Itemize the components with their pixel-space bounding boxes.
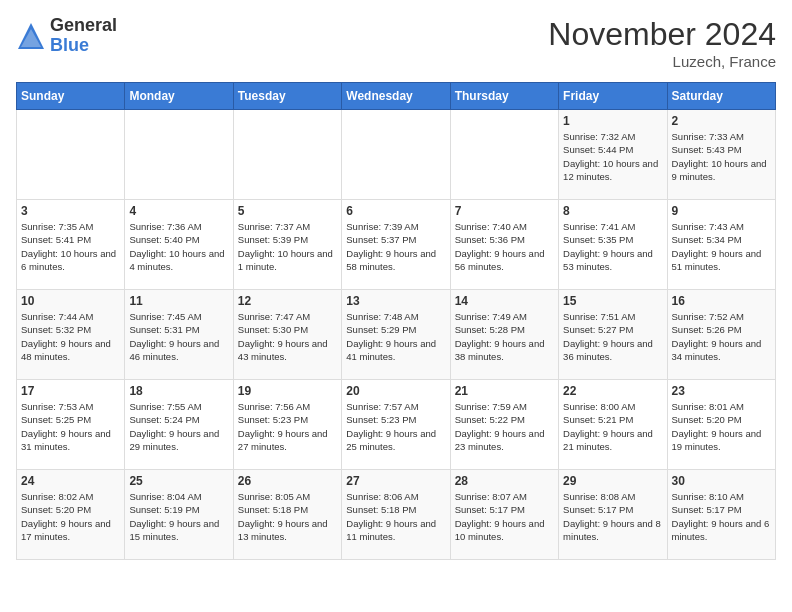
day-number: 25 — [129, 474, 228, 488]
day-number: 27 — [346, 474, 445, 488]
day-number: 28 — [455, 474, 554, 488]
day-info: Sunrise: 7:35 AM Sunset: 5:41 PM Dayligh… — [21, 220, 120, 273]
day-cell-1-4: 7Sunrise: 7:40 AM Sunset: 5:36 PM Daylig… — [450, 200, 558, 290]
day-number: 14 — [455, 294, 554, 308]
day-cell-1-2: 5Sunrise: 7:37 AM Sunset: 5:39 PM Daylig… — [233, 200, 341, 290]
day-cell-0-1 — [125, 110, 233, 200]
day-cell-0-4 — [450, 110, 558, 200]
day-cell-3-6: 23Sunrise: 8:01 AM Sunset: 5:20 PM Dayli… — [667, 380, 775, 470]
day-cell-1-5: 8Sunrise: 7:41 AM Sunset: 5:35 PM Daylig… — [559, 200, 667, 290]
logo-icon — [16, 21, 46, 51]
day-cell-4-4: 28Sunrise: 8:07 AM Sunset: 5:17 PM Dayli… — [450, 470, 558, 560]
logo-text: General Blue — [50, 16, 117, 56]
day-info: Sunrise: 7:39 AM Sunset: 5:37 PM Dayligh… — [346, 220, 445, 273]
header-row: Sunday Monday Tuesday Wednesday Thursday… — [17, 83, 776, 110]
day-cell-4-0: 24Sunrise: 8:02 AM Sunset: 5:20 PM Dayli… — [17, 470, 125, 560]
logo: General Blue — [16, 16, 117, 56]
day-number: 17 — [21, 384, 120, 398]
day-number: 9 — [672, 204, 771, 218]
day-info: Sunrise: 7:40 AM Sunset: 5:36 PM Dayligh… — [455, 220, 554, 273]
col-monday: Monday — [125, 83, 233, 110]
day-info: Sunrise: 7:36 AM Sunset: 5:40 PM Dayligh… — [129, 220, 228, 273]
day-number: 19 — [238, 384, 337, 398]
day-cell-4-2: 26Sunrise: 8:05 AM Sunset: 5:18 PM Dayli… — [233, 470, 341, 560]
day-info: Sunrise: 8:07 AM Sunset: 5:17 PM Dayligh… — [455, 490, 554, 543]
day-number: 8 — [563, 204, 662, 218]
day-info: Sunrise: 7:44 AM Sunset: 5:32 PM Dayligh… — [21, 310, 120, 363]
day-number: 7 — [455, 204, 554, 218]
day-cell-0-6: 2Sunrise: 7:33 AM Sunset: 5:43 PM Daylig… — [667, 110, 775, 200]
day-info: Sunrise: 7:41 AM Sunset: 5:35 PM Dayligh… — [563, 220, 662, 273]
day-cell-4-6: 30Sunrise: 8:10 AM Sunset: 5:17 PM Dayli… — [667, 470, 775, 560]
day-cell-4-3: 27Sunrise: 8:06 AM Sunset: 5:18 PM Dayli… — [342, 470, 450, 560]
col-tuesday: Tuesday — [233, 83, 341, 110]
week-row-0: 1Sunrise: 7:32 AM Sunset: 5:44 PM Daylig… — [17, 110, 776, 200]
day-number: 5 — [238, 204, 337, 218]
day-cell-2-2: 12Sunrise: 7:47 AM Sunset: 5:30 PM Dayli… — [233, 290, 341, 380]
day-cell-2-5: 15Sunrise: 7:51 AM Sunset: 5:27 PM Dayli… — [559, 290, 667, 380]
day-info: Sunrise: 8:02 AM Sunset: 5:20 PM Dayligh… — [21, 490, 120, 543]
day-number: 3 — [21, 204, 120, 218]
logo-blue-text: Blue — [50, 36, 117, 56]
day-info: Sunrise: 8:04 AM Sunset: 5:19 PM Dayligh… — [129, 490, 228, 543]
day-number: 16 — [672, 294, 771, 308]
day-cell-0-3 — [342, 110, 450, 200]
location: Luzech, France — [548, 53, 776, 70]
day-info: Sunrise: 7:52 AM Sunset: 5:26 PM Dayligh… — [672, 310, 771, 363]
day-cell-4-1: 25Sunrise: 8:04 AM Sunset: 5:19 PM Dayli… — [125, 470, 233, 560]
col-sunday: Sunday — [17, 83, 125, 110]
day-info: Sunrise: 7:59 AM Sunset: 5:22 PM Dayligh… — [455, 400, 554, 453]
day-info: Sunrise: 7:49 AM Sunset: 5:28 PM Dayligh… — [455, 310, 554, 363]
day-number: 6 — [346, 204, 445, 218]
week-row-3: 17Sunrise: 7:53 AM Sunset: 5:25 PM Dayli… — [17, 380, 776, 470]
day-cell-2-1: 11Sunrise: 7:45 AM Sunset: 5:31 PM Dayli… — [125, 290, 233, 380]
day-info: Sunrise: 7:45 AM Sunset: 5:31 PM Dayligh… — [129, 310, 228, 363]
day-cell-3-5: 22Sunrise: 8:00 AM Sunset: 5:21 PM Dayli… — [559, 380, 667, 470]
day-cell-2-3: 13Sunrise: 7:48 AM Sunset: 5:29 PM Dayli… — [342, 290, 450, 380]
day-cell-3-1: 18Sunrise: 7:55 AM Sunset: 5:24 PM Dayli… — [125, 380, 233, 470]
day-cell-1-3: 6Sunrise: 7:39 AM Sunset: 5:37 PM Daylig… — [342, 200, 450, 290]
day-cell-0-2 — [233, 110, 341, 200]
day-cell-2-4: 14Sunrise: 7:49 AM Sunset: 5:28 PM Dayli… — [450, 290, 558, 380]
day-cell-1-1: 4Sunrise: 7:36 AM Sunset: 5:40 PM Daylig… — [125, 200, 233, 290]
day-info: Sunrise: 7:33 AM Sunset: 5:43 PM Dayligh… — [672, 130, 771, 183]
calendar-table: Sunday Monday Tuesday Wednesday Thursday… — [16, 82, 776, 560]
day-info: Sunrise: 7:51 AM Sunset: 5:27 PM Dayligh… — [563, 310, 662, 363]
day-info: Sunrise: 8:00 AM Sunset: 5:21 PM Dayligh… — [563, 400, 662, 453]
day-number: 4 — [129, 204, 228, 218]
day-number: 18 — [129, 384, 228, 398]
col-wednesday: Wednesday — [342, 83, 450, 110]
day-info: Sunrise: 7:32 AM Sunset: 5:44 PM Dayligh… — [563, 130, 662, 183]
week-row-4: 24Sunrise: 8:02 AM Sunset: 5:20 PM Dayli… — [17, 470, 776, 560]
day-info: Sunrise: 7:56 AM Sunset: 5:23 PM Dayligh… — [238, 400, 337, 453]
day-cell-3-3: 20Sunrise: 7:57 AM Sunset: 5:23 PM Dayli… — [342, 380, 450, 470]
title-section: November 2024 Luzech, France — [548, 16, 776, 70]
day-number: 10 — [21, 294, 120, 308]
day-info: Sunrise: 8:01 AM Sunset: 5:20 PM Dayligh… — [672, 400, 771, 453]
col-friday: Friday — [559, 83, 667, 110]
day-cell-0-5: 1Sunrise: 7:32 AM Sunset: 5:44 PM Daylig… — [559, 110, 667, 200]
day-number: 22 — [563, 384, 662, 398]
day-number: 2 — [672, 114, 771, 128]
day-info: Sunrise: 8:06 AM Sunset: 5:18 PM Dayligh… — [346, 490, 445, 543]
day-number: 21 — [455, 384, 554, 398]
day-cell-0-0 — [17, 110, 125, 200]
day-cell-3-0: 17Sunrise: 7:53 AM Sunset: 5:25 PM Dayli… — [17, 380, 125, 470]
day-info: Sunrise: 7:37 AM Sunset: 5:39 PM Dayligh… — [238, 220, 337, 273]
day-cell-2-6: 16Sunrise: 7:52 AM Sunset: 5:26 PM Dayli… — [667, 290, 775, 380]
day-number: 30 — [672, 474, 771, 488]
col-saturday: Saturday — [667, 83, 775, 110]
day-info: Sunrise: 7:53 AM Sunset: 5:25 PM Dayligh… — [21, 400, 120, 453]
day-cell-1-0: 3Sunrise: 7:35 AM Sunset: 5:41 PM Daylig… — [17, 200, 125, 290]
day-number: 12 — [238, 294, 337, 308]
day-number: 24 — [21, 474, 120, 488]
day-cell-2-0: 10Sunrise: 7:44 AM Sunset: 5:32 PM Dayli… — [17, 290, 125, 380]
page-header: General Blue November 2024 Luzech, Franc… — [16, 16, 776, 70]
day-number: 13 — [346, 294, 445, 308]
day-number: 1 — [563, 114, 662, 128]
day-number: 20 — [346, 384, 445, 398]
week-row-2: 10Sunrise: 7:44 AM Sunset: 5:32 PM Dayli… — [17, 290, 776, 380]
calendar-header: Sunday Monday Tuesday Wednesday Thursday… — [17, 83, 776, 110]
day-cell-3-2: 19Sunrise: 7:56 AM Sunset: 5:23 PM Dayli… — [233, 380, 341, 470]
week-row-1: 3Sunrise: 7:35 AM Sunset: 5:41 PM Daylig… — [17, 200, 776, 290]
